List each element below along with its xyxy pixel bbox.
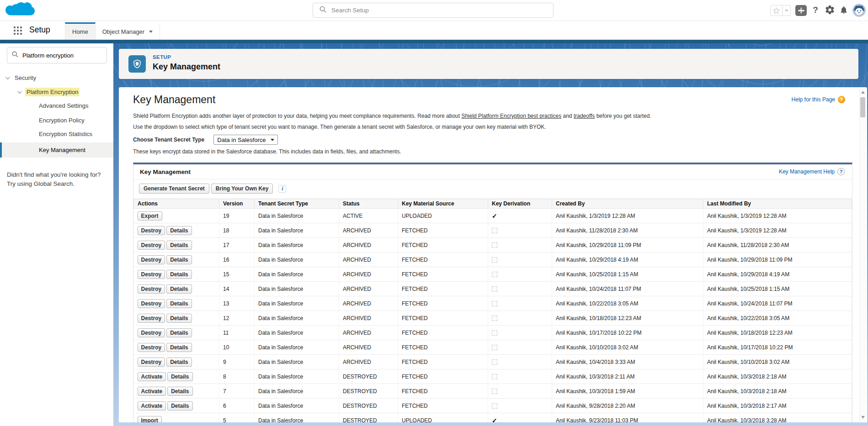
check-icon: ✓: [492, 417, 497, 423]
sidebar-item-encryption-policy[interactable]: Encryption Policy: [39, 116, 85, 125]
vertical-scrollbar[interactable]: [859, 88, 866, 421]
actions-cell: DestroyDetails: [134, 311, 219, 326]
key-derivation-cell: [488, 311, 552, 326]
destroy-button[interactable]: Destroy: [138, 328, 165, 337]
key-management-section: Key Management Key Management Help ? Gen…: [133, 163, 852, 422]
table-row: Import5Data in SalesforceDESTROYEDUPLOAD…: [134, 413, 852, 423]
key-derivation-cell: [488, 326, 552, 340]
table-row: DestroyDetails16Data in SalesforceARCHIV…: [134, 252, 852, 267]
tradeoffs-link[interactable]: tradeoffs: [574, 113, 595, 119]
help-question-icon: ?: [837, 168, 845, 175]
details-button[interactable]: Details: [166, 314, 192, 323]
tab-object-manager-label: Object Manager: [102, 28, 145, 35]
sidebar-footer-line1: Didn't find what you're looking for?: [7, 170, 101, 179]
page-header-card: SETUP Key Management: [119, 49, 858, 79]
activate-button[interactable]: Activate: [138, 387, 166, 396]
tenant-secret-type-select[interactable]: Data in Salesforce: [213, 135, 277, 145]
help-icon[interactable]: ?: [811, 5, 820, 15]
details-button[interactable]: Details: [166, 358, 192, 367]
info-icon[interactable]: i: [278, 185, 286, 193]
version-cell: 5: [219, 413, 255, 423]
table-row: DestroyDetails9Data in SalesforceARCHIVE…: [134, 355, 852, 369]
scrollbar-down-icon[interactable]: [861, 416, 865, 419]
table-header-row: ActionsVersionTenant Secret TypeStatusKe…: [134, 199, 852, 209]
destroy-button[interactable]: Destroy: [138, 270, 165, 279]
checkbox-unchecked-icon: [492, 228, 497, 233]
details-button[interactable]: Details: [166, 299, 192, 308]
setup-gear-icon[interactable]: [825, 5, 835, 17]
sidebar-search-input[interactable]: [22, 52, 102, 59]
destroy-button[interactable]: Destroy: [138, 358, 165, 367]
details-button[interactable]: Details: [166, 255, 192, 264]
last-modified-by-cell: Anil Kaushik, 10/10/2018 3:02 AM: [703, 355, 852, 369]
quick-create-button[interactable]: [795, 5, 807, 16]
destroy-button[interactable]: Destroy: [138, 299, 165, 308]
details-button[interactable]: Details: [166, 284, 192, 294]
created-by-cell: Anil Kaushik, 1/3/2019 12:28 AM: [552, 209, 703, 223]
key-material-source-cell: FETCHED: [398, 296, 488, 311]
global-search-box[interactable]: [313, 3, 554, 18]
favorites-dropdown-icon[interactable]: [783, 5, 791, 16]
notifications-bell-icon[interactable]: [839, 5, 848, 16]
key-management-help-link[interactable]: Key Management Help ?: [779, 168, 845, 175]
destroy-button[interactable]: Destroy: [138, 284, 165, 294]
section-header: Key Management Key Management Help ?: [133, 164, 852, 179]
best-practices-link[interactable]: Shield Platform Encryption best practice…: [461, 113, 561, 119]
scrollbar-thumb[interactable]: [860, 97, 865, 117]
last-modified-by-cell: Anil Kaushik, 10/22/2018 3:05 AM: [703, 311, 852, 326]
actions-cell: DestroyDetails: [134, 238, 219, 252]
details-button[interactable]: Details: [167, 372, 192, 381]
activate-button[interactable]: Activate: [138, 401, 166, 410]
generate-tenant-secret-button[interactable]: Generate Tenant Secret: [139, 184, 209, 194]
destroy-button[interactable]: Destroy: [138, 226, 165, 235]
version-cell: 11: [219, 326, 255, 340]
table-row: DestroyDetails15Data in SalesforceARCHIV…: [134, 267, 852, 282]
export-button[interactable]: Export: [138, 211, 162, 221]
sidebar-item-security[interactable]: Security: [5, 73, 36, 82]
favorites-star-icon[interactable]: [770, 5, 783, 16]
last-modified-by-cell: Anil Kaushik, 10/24/2018 11:07 PM: [703, 296, 852, 311]
details-button[interactable]: Details: [167, 387, 192, 396]
chevron-down-icon: [149, 31, 153, 33]
sidebar-search-box[interactable]: [7, 47, 107, 63]
app-launcher-icon[interactable]: [14, 26, 22, 35]
details-button[interactable]: Details: [166, 328, 192, 337]
details-button[interactable]: Details: [166, 226, 192, 235]
bring-your-own-key-button[interactable]: Bring Your Own Key: [211, 184, 273, 194]
sidebar-item-key-management-selected[interactable]: Key Management: [0, 142, 113, 158]
checkbox-unchecked-icon: [492, 403, 497, 409]
help-for-this-page-link[interactable]: Help for this Page ?: [792, 96, 845, 103]
destroy-button[interactable]: Destroy: [138, 343, 165, 352]
tab-home[interactable]: Home: [65, 22, 96, 40]
sidebar-item-advanced-settings[interactable]: Advanced Settings: [39, 101, 88, 110]
status-cell: DESTROYED: [339, 399, 398, 413]
details-button[interactable]: Details: [166, 241, 192, 250]
status-cell: DESTROYED: [339, 384, 398, 399]
import-button[interactable]: Import: [138, 416, 162, 423]
details-button[interactable]: Details: [167, 401, 192, 410]
key-derivation-cell: [488, 267, 552, 282]
global-search-input[interactable]: [331, 7, 547, 14]
destroy-button[interactable]: Destroy: [138, 241, 165, 250]
created-by-cell: Anil Kaushik, 10/10/2018 3:02 AM: [552, 340, 703, 355]
destroy-button[interactable]: Destroy: [138, 255, 165, 264]
activate-button[interactable]: Activate: [138, 372, 166, 381]
tenant-secret-type-label: Choose Tenant Secret Type: [133, 137, 204, 143]
actions-cell: DestroyDetails: [134, 326, 219, 340]
destroy-button[interactable]: Destroy: [138, 314, 165, 323]
checkbox-unchecked-icon: [492, 286, 497, 292]
key-material-source-cell: FETCHED: [398, 340, 488, 355]
created-by-cell: Anil Kaushik, 10/24/2018 11:07 PM: [552, 282, 703, 296]
user-avatar[interactable]: [852, 4, 866, 17]
scrollbar-up-icon[interactable]: [861, 91, 865, 94]
version-cell: 6: [219, 399, 255, 413]
checkbox-unchecked-icon: [492, 242, 497, 248]
sidebar-item-encryption-statistics[interactable]: Encryption Statistics: [39, 129, 92, 138]
sidebar-item-platform-encryption[interactable]: Platform Encryption: [17, 87, 80, 96]
table-row: DestroyDetails18Data in SalesforceARCHIV…: [134, 223, 852, 238]
tab-object-manager[interactable]: Object Manager: [96, 22, 160, 40]
details-button[interactable]: Details: [166, 343, 192, 352]
actions-cell: ActivateDetails: [134, 399, 219, 413]
table-row: DestroyDetails13Data in SalesforceARCHIV…: [134, 296, 852, 311]
details-button[interactable]: Details: [166, 270, 192, 279]
